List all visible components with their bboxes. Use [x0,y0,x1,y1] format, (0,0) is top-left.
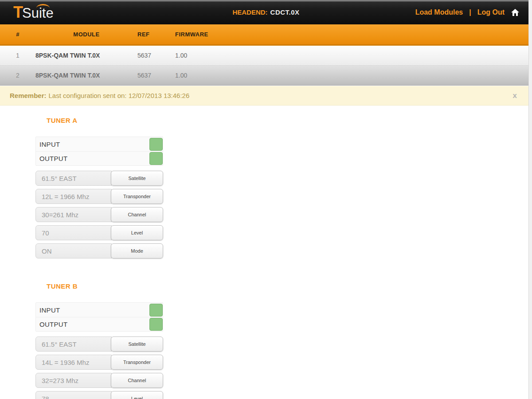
row-firmware: 1.00 [175,52,224,59]
transponder-button[interactable]: Transponder [111,355,163,370]
output-label: OUTPUT [39,321,67,328]
tuner-b-title: TUNER B [47,282,532,290]
row-number: 1 [0,52,35,59]
output-label: OUTPUT [39,155,67,162]
tuner-b-level-row: 78 Level [35,391,163,399]
log-out-link[interactable]: Log Out [477,8,505,16]
headend-label: HEADEND: [232,8,267,16]
tuner-b-channel-row: 32=273 Mhz Channel [35,373,163,388]
tuner-a-satellite-row: 61.5° EAST Satellite [35,171,163,186]
level-button[interactable]: Level [111,225,163,240]
notification-emphasis: Remember: [10,92,47,99]
row-ref: 5637 [137,52,175,59]
tuner-a-output-row: OUTPUT [36,151,163,165]
tuner-a-status-panel: INPUT OUTPUT [35,137,163,166]
tuner-a-transponder-row: 12L = 1966 Mhz Transponder [35,189,163,204]
channel-value-field[interactable]: 30=261 Mhz [35,207,112,222]
module-row-1[interactable]: 1 8PSK-QAM TWIN T.0X 5637 1.00 [0,46,532,66]
tuner-a-mode-row: ON Mode [35,243,163,258]
notification-bar: Remember: Last configuration sent on: 12… [0,86,532,106]
tuner-config-area: TUNER A INPUT OUTPUT 61.5° EAST Satellit… [0,106,532,399]
transponder-value-field[interactable]: 14L = 1936 Mhz [35,355,112,370]
input-label: INPUT [39,306,60,314]
tuner-b-transponder-row: 14L = 1936 Mhz Transponder [35,355,163,370]
module-row-2[interactable]: 2 8PSK-QAM TWIN T.0X 5637 1.00 [0,66,532,86]
tuner-a-level-row: 70 Level [35,225,163,240]
tuner-b-output-row: OUTPUT [36,317,163,331]
headend-value: CDCT.0X [270,8,300,16]
tsuite-logo[interactable]: TSuite [13,3,84,22]
input-status-led [149,138,163,151]
transponder-value-field[interactable]: 12L = 1966 Mhz [35,189,112,204]
level-button[interactable]: Level [111,391,163,399]
notification-message: Last configuration sent on: 12/07/2013 1… [49,92,190,99]
channel-button[interactable]: Channel [111,207,163,222]
row-firmware: 1.00 [175,72,224,79]
row-module-name: 8PSK-QAM TWIN T.0X [35,52,137,59]
header-ref: REF [137,31,175,38]
topbar-separator: | [469,8,471,16]
level-value-field[interactable]: 70 [35,225,112,240]
level-value-field[interactable]: 78 [35,391,112,399]
top-bar: TSuite HEADEND: CDCT.0X Load Modules | L… [0,0,532,24]
home-icon[interactable] [511,8,520,17]
load-modules-link[interactable]: Load Modules [415,8,463,16]
mode-button[interactable]: Mode [111,243,163,258]
header-firmware: FIRMWARE [175,31,224,38]
tuner-a-input-row: INPUT [36,137,163,151]
header-module: MODULE [35,31,137,38]
module-table-header: # MODULE REF FIRMWARE [0,24,532,46]
satellite-value-field[interactable]: 61.5° EAST [35,171,112,186]
scrollbar-track[interactable] [528,0,532,399]
input-status-led [149,304,163,317]
output-status-led [149,152,163,165]
row-module-name: 8PSK-QAM TWIN T.0X [35,72,137,79]
close-icon[interactable]: x [513,92,517,99]
logo-t-letter: T [13,3,22,21]
tuner-a-channel-row: 30=261 Mhz Channel [35,207,163,222]
tuner-b-input-row: INPUT [36,303,163,317]
satellite-button[interactable]: Satellite [111,171,163,186]
channel-button[interactable]: Channel [111,373,163,388]
input-label: INPUT [39,141,60,148]
tsuite-app: TSuite HEADEND: CDCT.0X Load Modules | L… [0,0,532,399]
transponder-button[interactable]: Transponder [111,189,163,204]
topbar-actions: Load Modules | Log Out [415,0,520,24]
row-number: 2 [0,72,35,79]
output-status-led [149,318,163,331]
channel-value-field[interactable]: 32=273 Mhz [35,373,112,388]
satellite-value-field[interactable]: 61.5° EAST [35,336,112,352]
section-spacer [35,262,532,282]
header-number: # [0,31,35,38]
mode-value-field[interactable]: ON [35,243,112,258]
tuner-a-title: TUNER A [47,117,532,124]
logo-swoosh-accent [36,4,50,8]
satellite-button[interactable]: Satellite [111,336,163,352]
tuner-b-status-panel: INPUT OUTPUT [35,302,163,332]
tuner-b-satellite-row: 61.5° EAST Satellite [35,336,163,352]
row-ref: 5637 [137,72,175,79]
